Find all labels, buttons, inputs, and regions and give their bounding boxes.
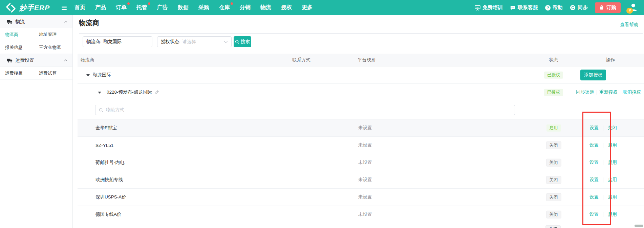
col-header-status: 状态 <box>541 57 566 63</box>
view-help-link[interactable]: 查看帮助 <box>620 22 638 28</box>
avatar-v-badge: V <box>627 8 633 14</box>
add-authorization-button[interactable]: 添加授权 <box>580 70 606 80</box>
auth-status-label: 授权状态: <box>161 39 180 45</box>
cancel-authorization-link[interactable]: 取消授权 <box>623 89 641 95</box>
action-separator <box>603 195 603 200</box>
enable-link[interactable]: 启用 <box>608 177 617 183</box>
sidebar-section-logistics[interactable]: 物流 <box>0 15 72 28</box>
enable-link[interactable]: 启用 <box>608 159 617 166</box>
chevron-up-icon[interactable] <box>64 21 67 23</box>
partial-next-row: 关闭 <box>78 223 644 228</box>
nav-item-9[interactable]: 物流 <box>260 4 271 11</box>
settings-link[interactable]: 设置 <box>589 125 599 131</box>
reauthorize-link[interactable]: 重新授权 <box>599 89 618 95</box>
collapse-caret-icon[interactable] <box>98 92 101 95</box>
auth-status-select[interactable]: 授权状态: 请选择 <box>157 36 232 47</box>
method-name: 金华E邮宝 <box>95 125 117 131</box>
nav-item-7[interactable]: 仓库 <box>219 4 230 11</box>
method-name: 荷邮挂号-内电 <box>95 159 125 166</box>
page-title: 物流商 <box>79 18 99 27</box>
sidebar-item-address-management[interactable]: 地址管理 <box>34 28 72 41</box>
sync-link[interactable]: 同步 <box>570 4 588 11</box>
sidebar-section-freight-settings[interactable]: 运费设置 <box>0 54 72 67</box>
method-row: 德国专线A价未设置关闭设置启用 <box>78 206 644 223</box>
nav-item-4[interactable]: 广告 <box>157 4 168 11</box>
notification-dot <box>148 2 150 5</box>
nav-item-2[interactable]: 订单 <box>116 4 127 11</box>
settings-link[interactable]: 设置 <box>589 142 599 148</box>
search-icon <box>99 108 103 112</box>
nav-item-11[interactable]: 更多 <box>302 4 313 11</box>
sidebar-item-logistics-provider[interactable]: 物流商 <box>0 28 34 41</box>
disable-link[interactable]: 关闭 <box>608 125 617 131</box>
col-header-provider: 物流商 <box>81 57 94 63</box>
status-badge-disabled: 关闭 <box>546 141 561 149</box>
nav-item-6[interactable]: 采购 <box>198 4 209 11</box>
nav-item-0[interactable]: 首页 <box>74 4 85 11</box>
brand[interactable]: 妙手ERP <box>0 2 61 13</box>
enable-link[interactable]: 启用 <box>608 142 617 148</box>
col-header-platform-mapping: 平台映射 <box>358 57 376 63</box>
nav-item-1[interactable]: 产品 <box>95 4 106 11</box>
enable-link[interactable]: 启用 <box>608 194 617 200</box>
sidebar-item-freight-template[interactable]: 运费模板 <box>0 67 34 80</box>
method-row: 金华E邮宝未设置启用设置关闭 <box>78 119 644 137</box>
enable-link[interactable]: 启用 <box>608 211 617 217</box>
method-row: 深圳USPS-A价未设置关闭设置启用 <box>78 189 644 206</box>
settings-link[interactable]: 设置 <box>589 211 599 217</box>
top-navbar: 妙手ERP 首页产品订单托管广告数据采购仓库分销物流授权更多 免费培训 联系客服 <box>0 0 644 15</box>
status-badge-disabled: 关闭 <box>546 159 561 167</box>
platform-mapping-value: 未设置 <box>358 211 372 217</box>
truck-icon <box>7 58 13 63</box>
platform-mapping-value: 未设置 <box>358 125 372 131</box>
search-button[interactable]: 搜索 <box>234 36 251 47</box>
contact-support-link[interactable]: 联系客服 <box>510 4 538 11</box>
horizontal-scrollbar-thumb[interactable] <box>635 225 643 227</box>
status-badge-disabled: 关闭 <box>545 225 561 228</box>
order-button[interactable]: 订购 <box>595 2 621 13</box>
platform-mapping-value: 未设置 <box>358 177 372 183</box>
platform-mapping-value: 未设置 <box>358 194 372 200</box>
settings-link[interactable]: 设置 <box>589 194 599 200</box>
settings-link[interactable]: 设置 <box>589 159 599 166</box>
menu-toggle-icon[interactable] <box>62 6 67 10</box>
provider-filter-input[interactable]: 物流商: 颐龙国际 <box>83 36 152 47</box>
col-header-contact: 联系方式 <box>292 57 310 63</box>
free-training-link[interactable]: 免费培训 <box>475 4 503 11</box>
table-header: 物流商 联系方式 平台映射 状态 操作 <box>78 54 644 66</box>
settings-link[interactable]: 设置 <box>589 177 599 183</box>
nav-item-10[interactable]: 授权 <box>281 4 292 11</box>
sidebar-item-freight-trial[interactable]: 运费试算 <box>34 67 72 80</box>
col-header-actions: 操作 <box>580 57 641 63</box>
nav-item-8[interactable]: 分销 <box>240 4 251 11</box>
nav-item-3[interactable]: 托管 <box>136 4 147 11</box>
edit-pencil-icon[interactable] <box>154 90 159 95</box>
main-menu: 首页产品订单托管广告数据采购仓库分销物流授权更多 <box>74 4 313 11</box>
title-divider <box>79 33 643 34</box>
sync-channel-link[interactable]: 同步渠道 <box>576 89 594 95</box>
provider-name: 颐龙国际 <box>93 72 111 78</box>
chat-icon <box>510 5 516 11</box>
store-name: 0228-预发布-颐龙国际 <box>107 89 152 95</box>
collapse-caret-icon[interactable] <box>86 74 90 78</box>
sidebar-items-logistics: 物流商 地址管理 报关信息 三方仓物流 <box>0 28 72 54</box>
action-separator <box>603 160 603 165</box>
search-icon <box>235 40 239 44</box>
status-badge-enabled: 启用 <box>546 125 561 132</box>
method-search-input[interactable]: 物流方式 <box>95 105 515 115</box>
help-link[interactable]: ? 帮助 <box>545 4 563 11</box>
status-badge-disabled: 关闭 <box>546 211 561 218</box>
provider-filter-label: 物流商: <box>86 39 101 45</box>
auth-status-placeholder: 请选择 <box>183 39 196 45</box>
status-badge-authorized: 已授权 <box>544 89 563 96</box>
navbar-right: 免费培训 联系客服 ? 帮助 同步 <box>475 2 644 14</box>
action-separator <box>603 177 603 183</box>
nav-item-5[interactable]: 数据 <box>178 4 189 11</box>
sidebar-item-third-party-warehouse[interactable]: 三方仓物流 <box>34 41 72 54</box>
platform-mapping-value: 未设置 <box>358 159 372 166</box>
sidebar-item-customs-info[interactable]: 报关信息 <box>0 41 34 54</box>
method-name: SZ-YL51 <box>95 143 113 148</box>
user-avatar[interactable]: V <box>628 2 641 14</box>
chevron-up-icon[interactable] <box>64 59 67 61</box>
logistics-table: 物流商 联系方式 平台映射 状态 操作 颐龙国际 已授权 添加授权 0228-预… <box>78 54 644 228</box>
